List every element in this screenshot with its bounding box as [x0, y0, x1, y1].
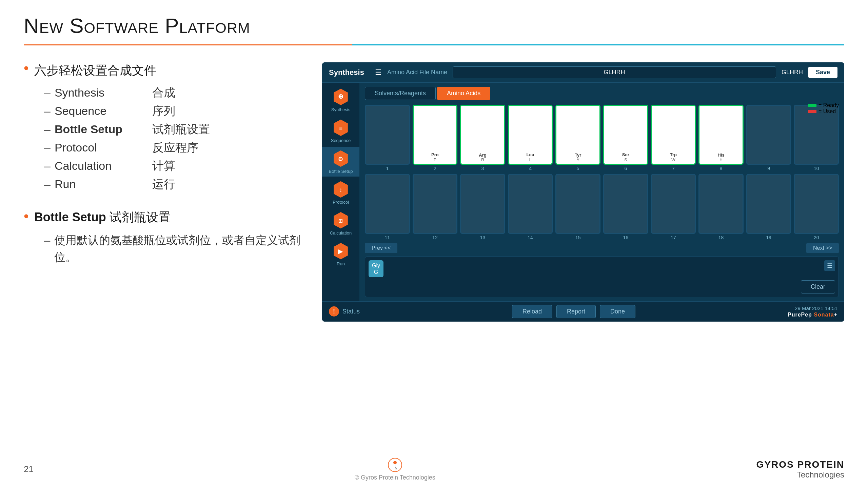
main-bullet-1-text: 六步轻松设置合成文件: [34, 62, 156, 79]
report-button[interactable]: Report: [556, 305, 596, 318]
bottle-item-3[interactable]: ArgR3: [460, 105, 505, 171]
tab-solvents-reagents[interactable]: Solvents/Reagents: [365, 87, 436, 100]
prev-button[interactable]: Prev <<: [365, 243, 397, 253]
bottle-card-16[interactable]: [603, 174, 648, 234]
sidebar-label-synthesis: Synthesis: [331, 107, 350, 112]
bottle-number-11: 11: [385, 235, 390, 240]
bottle-card-5[interactable]: TyrY: [555, 105, 600, 165]
reload-button[interactable]: Reload: [512, 305, 552, 318]
bullet-dot-1: •: [24, 61, 29, 75]
bottle-card-7[interactable]: TrpW: [651, 105, 696, 165]
legend-used: = Used: [808, 108, 839, 115]
bottle-item-20[interactable]: 20: [794, 174, 839, 240]
bottle-card-14[interactable]: [508, 174, 553, 234]
bottle-card-18[interactable]: [698, 174, 744, 234]
item-synthesis-zh: 合成: [152, 85, 175, 101]
bottle-item-15[interactable]: 15: [555, 174, 600, 240]
main-bullet-2-text: Bottle Setup 试剂瓶设置: [34, 209, 171, 226]
bottle-item-8[interactable]: HisH8: [698, 105, 744, 171]
bottle-item-6[interactable]: SerS6: [603, 105, 648, 171]
bottle-card-8[interactable]: HisH: [698, 105, 744, 165]
bottle-grid-row2: 11121314151617181920: [365, 174, 839, 240]
bottle-card-9[interactable]: [746, 105, 791, 165]
bottle-card-13[interactable]: [460, 174, 505, 234]
bottle-item-9[interactable]: 9: [746, 105, 791, 171]
sidebar-item-bottle-setup[interactable]: ⚙ Bottle Setup: [322, 147, 359, 177]
sidebar-label-sequence: Sequence: [331, 138, 351, 143]
sidebar-item-synthesis[interactable]: ⊕ Synthesis: [322, 85, 359, 115]
sequence-icon: ≡: [332, 119, 350, 137]
tab-amino-acids[interactable]: Amino Acids: [437, 87, 490, 100]
bottle-item-2[interactable]: ProP2: [413, 105, 458, 171]
bottle-item-13[interactable]: 13: [460, 174, 505, 240]
bottle-card-2[interactable]: ProP: [413, 105, 458, 165]
timestamp: 29 Mar 2021 14:51: [795, 305, 837, 311]
left-panel: • 六步轻松设置合成文件 Synthesis 合成 Sequence 序列 Bo…: [24, 62, 302, 322]
bottle-item-4[interactable]: LeuL4: [508, 105, 553, 171]
bottle-card-11[interactable]: [365, 174, 410, 234]
bottle-sub-label-8: H: [719, 158, 723, 162]
bottle-item-19[interactable]: 19: [746, 174, 791, 240]
item-calculation-zh: 计算: [152, 158, 175, 174]
footer-buttons: Reload Report Done: [512, 305, 635, 318]
bottle-card-6[interactable]: SerS: [603, 105, 648, 165]
bottle-item-10[interactable]: 10: [794, 105, 839, 171]
content-area: • 六步轻松设置合成文件 Synthesis 合成 Sequence 序列 Bo…: [0, 45, 868, 322]
bottle-item-11[interactable]: 11: [365, 174, 410, 240]
bottle-card-4[interactable]: LeuL: [508, 105, 553, 165]
hamburger-icon[interactable]: ☰: [375, 68, 382, 77]
save-button[interactable]: Save: [808, 67, 837, 78]
bottle-item-7[interactable]: TrpW7: [651, 105, 696, 171]
bullet-section-2: • Bottle Setup 试剂瓶设置 使用默认的氨基酸瓶位或试剂位，或者自定…: [24, 209, 302, 265]
bottle-number-16: 16: [623, 235, 629, 240]
item-protocol-en: Protocol: [55, 141, 150, 154]
bottle-card-20[interactable]: [794, 174, 839, 234]
bottle-card-3[interactable]: ArgR: [460, 105, 505, 165]
bottle-card-1[interactable]: [365, 105, 410, 165]
app-title: Synthesis: [329, 68, 370, 77]
item-calculation-en: Calculation: [55, 159, 150, 172]
done-button[interactable]: Done: [600, 305, 635, 318]
sidebar-label-bottle-setup: Bottle Setup: [329, 169, 353, 174]
gyros-logo-icon: [387, 457, 403, 473]
sidebar-item-run[interactable]: ▶ Run: [322, 240, 359, 269]
bottle-card-19[interactable]: [746, 174, 791, 234]
bottle-item-17[interactable]: 17: [651, 174, 696, 240]
bottle-card-17[interactable]: [651, 174, 696, 234]
next-button[interactable]: Next >>: [806, 243, 839, 253]
list-item-bottle-setup: Bottle Setup 试剂瓶设置: [44, 122, 302, 137]
page-footer: 21 © Gyros Protein Technologies GYROS PR…: [0, 457, 868, 481]
amino-acid-file-input[interactable]: GLHRH: [453, 66, 776, 78]
desc-text: 使用默认的氨基酸瓶位或试剂位，或者自定义试剂位。: [44, 232, 302, 265]
bullet-section-1: • 六步轻松设置合成文件 Synthesis 合成 Sequence 序列 Bo…: [24, 62, 302, 192]
bullet-dot-2: •: [24, 209, 29, 223]
bottle-card-12[interactable]: [413, 174, 458, 234]
sub-desc-2: 使用默认的氨基酸瓶位或试剂位，或者自定义试剂位。: [24, 232, 302, 265]
bottle-item-18[interactable]: 18: [698, 174, 744, 240]
bottle-item-5[interactable]: TyrY5: [555, 105, 600, 171]
status-section: ! Status: [329, 306, 360, 317]
sequence-chip[interactable]: GlyG: [369, 260, 383, 277]
bottle-item-16[interactable]: 16: [603, 174, 648, 240]
bottle-number-2: 2: [434, 166, 436, 171]
bottle-card-15[interactable]: [555, 174, 600, 234]
list-item-protocol: Protocol 反应程序: [44, 140, 302, 156]
item-sequence-en: Sequence: [55, 104, 150, 118]
bottle-item-12[interactable]: 12: [413, 174, 458, 240]
header-code: GLHRH: [782, 69, 803, 76]
svg-text:⚙: ⚙: [338, 156, 343, 162]
sidebar-item-protocol[interactable]: ↕ Protocol: [322, 178, 359, 207]
bottle-sub-label-7: W: [671, 158, 675, 162]
sidebar-item-sequence[interactable]: ≡ Sequence: [322, 116, 359, 146]
bottle-sub-label-4: L: [529, 158, 532, 162]
bottle-sub-label-2: P: [434, 158, 436, 162]
footer-brand: GYROS PROTEIN Technologies: [756, 459, 844, 480]
sidebar-item-calculation[interactable]: ⊞ Calculation: [322, 209, 359, 238]
bottle-number-7: 7: [672, 166, 675, 171]
bottle-number-19: 19: [766, 235, 771, 240]
clear-button[interactable]: Clear: [801, 280, 835, 293]
bottle-top-label-8: His: [717, 153, 724, 158]
bottle-item-14[interactable]: 14: [508, 174, 553, 240]
bottle-item-1[interactable]: 1: [365, 105, 410, 171]
sequence-menu-button[interactable]: ☰: [824, 260, 835, 271]
